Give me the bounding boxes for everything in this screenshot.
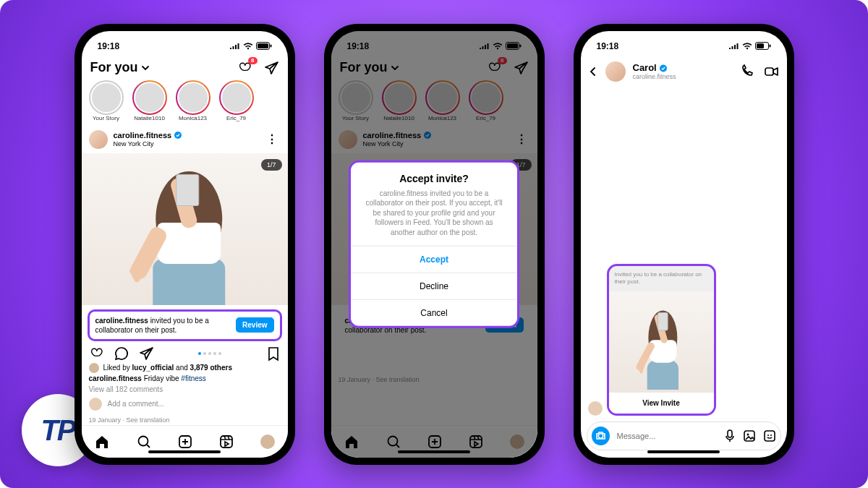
story-your-story[interactable]: Your Story xyxy=(89,80,124,121)
avatar xyxy=(89,398,102,411)
phone-dm: 19:18 Carol caroline.fitness xyxy=(574,24,794,465)
post-header[interactable]: caroline.fitness New York City ⋮ xyxy=(82,126,288,153)
stories-tray[interactable]: Your Story Natalie1010 Monica123 Eric_79 xyxy=(82,80,288,126)
avatar[interactable] xyxy=(605,61,626,82)
chat-area: Invited you to be a collaborator on thei… xyxy=(581,85,787,420)
dialog-body: caroline.fitness invited you to be a col… xyxy=(351,188,517,246)
status-time: 19:18 xyxy=(98,41,120,51)
tab-reels-icon[interactable] xyxy=(218,434,234,450)
collab-card-image xyxy=(609,291,714,393)
dm-name: Carol xyxy=(633,62,657,73)
svg-point-19 xyxy=(598,434,603,438)
status-bar: 19:18 xyxy=(581,31,787,59)
sticker-icon[interactable] xyxy=(763,429,776,442)
svg-point-11 xyxy=(388,436,397,445)
notifications-icon[interactable]: 8 xyxy=(487,60,503,76)
see-translation-link[interactable]: See translation xyxy=(127,416,170,424)
tab-profile[interactable] xyxy=(260,435,275,449)
chevron-down-icon xyxy=(141,64,150,72)
svg-point-22 xyxy=(746,433,749,435)
collab-invite-banner: caroline.fitness invited you to be a col… xyxy=(88,309,282,341)
collab-invite-card[interactable]: Invited you to be a collaborator on thei… xyxy=(607,264,716,416)
hashtag-link[interactable]: #fitness xyxy=(181,374,205,382)
svg-rect-2 xyxy=(270,45,271,48)
chevron-down-icon xyxy=(391,64,399,72)
accept-button[interactable]: Accept xyxy=(351,246,517,273)
wifi-icon xyxy=(742,43,752,50)
notifications-badge: 8 xyxy=(248,57,257,64)
svg-point-24 xyxy=(767,435,769,436)
svg-rect-23 xyxy=(765,431,775,441)
svg-rect-9 xyxy=(519,45,521,48)
decline-button[interactable]: Decline xyxy=(351,273,517,299)
share-icon[interactable] xyxy=(138,346,154,361)
tab-home-icon[interactable] xyxy=(344,434,359,450)
tab-create-icon[interactable] xyxy=(427,434,443,450)
review-button[interactable]: Review xyxy=(236,317,273,333)
status-bar: 19:18 xyxy=(82,31,288,59)
phone-feed: 19:18 For you 8 xyxy=(75,24,295,465)
svg-point-25 xyxy=(770,435,772,436)
status-bar: 19:18 xyxy=(331,31,537,59)
view-invite-button[interactable]: View Invite xyxy=(609,393,714,414)
mic-icon[interactable] xyxy=(724,429,736,442)
likes-row[interactable]: Liked by lucy_official and 3,879 others xyxy=(82,363,288,373)
svg-rect-1 xyxy=(258,43,268,48)
comment-icon[interactable] xyxy=(114,346,129,361)
like-icon[interactable] xyxy=(89,346,105,361)
story-item[interactable]: Eric_79 xyxy=(219,80,254,121)
home-indicator xyxy=(148,450,221,453)
messages-icon[interactable] xyxy=(263,60,279,76)
image-icon[interactable] xyxy=(743,429,756,442)
feed-picker[interactable]: For you xyxy=(90,60,150,75)
verified-badge-icon xyxy=(660,64,667,72)
battery-icon xyxy=(755,42,771,50)
tab-search-icon[interactable] xyxy=(386,434,401,450)
tab-create-icon[interactable] xyxy=(177,434,193,450)
add-comment[interactable]: Add a comment... xyxy=(82,395,288,414)
battery-icon xyxy=(256,42,272,50)
carousel-dots xyxy=(198,352,221,355)
sender-avatar xyxy=(588,401,603,416)
wifi-icon xyxy=(243,43,253,50)
post-more-icon[interactable]: ⋮ xyxy=(263,132,281,146)
accept-invite-dialog: Accept invite? caroline.fitness invited … xyxy=(349,160,519,328)
verified-badge-icon xyxy=(174,132,182,139)
svg-rect-16 xyxy=(769,45,770,48)
avatar xyxy=(89,130,108,149)
audio-call-icon[interactable] xyxy=(739,64,754,79)
carousel-counter: 1/7 xyxy=(261,159,282,171)
dialog-title: Accept invite? xyxy=(351,162,517,188)
story-item[interactable]: Natalie1010 xyxy=(132,80,167,121)
svg-rect-8 xyxy=(507,43,518,48)
video-call-icon[interactable] xyxy=(764,64,780,79)
story-item[interactable]: Monica123 xyxy=(176,80,210,121)
post-image[interactable]: 1/7 xyxy=(82,153,288,305)
message-input[interactable] xyxy=(616,431,718,441)
liker-avatar xyxy=(89,363,99,373)
post-caption: caroline.fitness Friday vibe #fitness xyxy=(82,373,288,384)
save-icon[interactable] xyxy=(266,346,281,361)
svg-rect-20 xyxy=(728,430,732,437)
notifications-icon[interactable]: 8 xyxy=(237,60,253,76)
back-icon[interactable] xyxy=(588,67,598,77)
dm-handle: caroline.fitness xyxy=(633,73,732,80)
tab-search-icon[interactable] xyxy=(136,434,152,450)
post-username: caroline.fitness xyxy=(114,131,172,140)
messages-icon[interactable] xyxy=(513,60,529,76)
feed-picker[interactable]: For you xyxy=(340,60,399,75)
tab-reels-icon[interactable] xyxy=(468,434,484,450)
battery-icon xyxy=(506,42,522,50)
cancel-button[interactable]: Cancel xyxy=(351,299,517,326)
signal-icon xyxy=(479,43,490,50)
message-composer xyxy=(587,421,781,450)
camera-button[interactable] xyxy=(592,427,610,445)
tab-profile[interactable] xyxy=(510,435,524,449)
view-comments-link[interactable]: View all 182 comments xyxy=(82,384,288,395)
post-location: New York City xyxy=(114,140,258,148)
wifi-icon xyxy=(493,43,503,50)
dm-header: Carol caroline.fitness xyxy=(581,59,787,85)
tab-home-icon[interactable] xyxy=(94,434,110,450)
collab-card-text: Invited you to be a collaborator on thei… xyxy=(609,266,714,291)
signal-icon xyxy=(229,43,240,50)
